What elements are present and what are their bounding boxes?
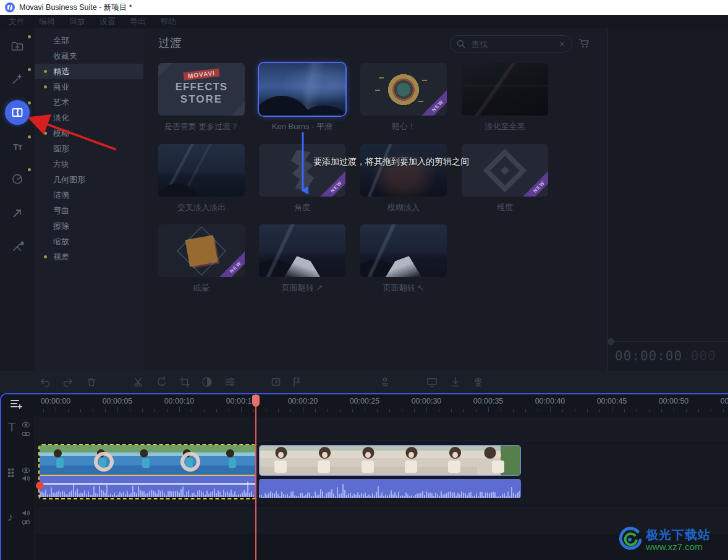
transition-thumbnail: [259, 63, 345, 116]
search-box[interactable]: ✕: [450, 35, 572, 53]
category-item-12[interactable]: 弯曲: [35, 203, 143, 218]
menu-item-3[interactable]: 回放: [69, 16, 85, 27]
transition-tile-blurfade[interactable]: 模糊淡入: [360, 144, 447, 212]
menu-item-6[interactable]: 帮助: [160, 16, 176, 27]
clear-search-icon[interactable]: ✕: [559, 40, 565, 48]
ruler-label-00:00:45: 00:00:45: [597, 397, 627, 405]
redo-button[interactable]: [61, 375, 75, 389]
presentation-capture-button[interactable]: [378, 375, 392, 389]
transition-thumbnail: [360, 224, 447, 277]
category-item-2[interactable]: 收藏夹: [35, 48, 143, 64]
sliders-icon: [224, 376, 236, 388]
category-item-9[interactable]: 方块: [35, 156, 143, 172]
category-item-14[interactable]: 缩放: [35, 234, 143, 249]
rail-button-stickers[interactable]: [5, 167, 30, 192]
category-item-11[interactable]: 涟漪: [35, 187, 143, 203]
category-label: 方块: [53, 159, 69, 169]
link-icon: [22, 431, 30, 436]
transition-tile-kenburns[interactable]: Ken Burns - 平滑: [259, 63, 345, 131]
audio-track-icon: ♪: [7, 511, 14, 524]
transition-label: 维度: [462, 202, 548, 212]
playhead-handle[interactable]: [252, 395, 260, 407]
new-badge: NEW: [418, 87, 447, 116]
transition-tile-store[interactable]: MOVAVIEFFECTSSTORE是否需要 更多过渡？: [158, 63, 245, 131]
category-item-5[interactable]: 艺术: [35, 95, 143, 110]
menu-item-2[interactable]: 编辑: [39, 16, 55, 27]
cut-button[interactable]: [132, 375, 145, 389]
timeline-clip-2[interactable]: [259, 445, 521, 499]
tools-icon: [11, 240, 24, 253]
webcam-icon: [472, 376, 485, 388]
category-item-4[interactable]: 商业: [35, 79, 143, 95]
transition-tile-dimension[interactable]: NEW维度: [462, 144, 548, 212]
overlay-button[interactable]: [269, 375, 282, 389]
ruler-tick-minor: [192, 409, 192, 412]
screen-capture-button[interactable]: [425, 375, 439, 389]
undo-button[interactable]: [38, 375, 52, 389]
store-brand-text: MOVAVI: [183, 69, 219, 81]
clip-1-volume-line[interactable]: [40, 483, 255, 485]
audio-track-unlink-toggle[interactable]: [22, 517, 30, 528]
transition-tile-dizzy[interactable]: NEW眩晕: [158, 224, 245, 292]
speaker-icon: [22, 509, 30, 517]
ruler-tick-major: [426, 407, 427, 412]
transition-tile-fadeblack[interactable]: 淡化至全黑: [462, 63, 548, 131]
add-track-button[interactable]: [9, 397, 24, 412]
ruler-tick-minor: [154, 409, 155, 412]
cart-icon: [577, 36, 591, 50]
effects-store-cart-button[interactable]: [577, 36, 591, 50]
delete-button[interactable]: [85, 375, 98, 389]
category-item-10[interactable]: 几何图形: [35, 172, 143, 187]
menu-item-5[interactable]: 导出: [130, 16, 146, 27]
transition-tile-pageflip-nw[interactable]: 页面翻转 ↖: [360, 224, 447, 292]
thumbnail-frame: [169, 445, 212, 475]
transition-tile-crossfade[interactable]: 交叉淡入淡出: [158, 144, 245, 212]
category-item-3[interactable]: 精选: [35, 64, 143, 79]
rail-button-import-media[interactable]: [5, 34, 30, 59]
timeline-clip-1-selected[interactable]: [38, 444, 256, 499]
menu-item-4[interactable]: 设置: [99, 16, 116, 27]
overlay-icon: [269, 376, 282, 388]
thumbnail-frame: [40, 445, 83, 475]
ruler-tick-minor: [451, 409, 452, 412]
search-input[interactable]: [470, 39, 554, 49]
transition-thumbnail: [462, 63, 548, 116]
category-item-15[interactable]: 视差: [35, 249, 143, 265]
transition-tile-bullseye[interactable]: NEW靶心！: [360, 63, 447, 131]
ruler-tick-minor: [377, 409, 378, 412]
ruler-tick-major: [56, 407, 56, 412]
title-track[interactable]: [35, 417, 728, 443]
scissors-icon: [132, 376, 145, 388]
color-adjust-button[interactable]: [200, 375, 214, 389]
menu-item-1[interactable]: 文件: [9, 16, 25, 27]
preview-seek-bar[interactable]: [608, 341, 728, 342]
rail-button-pan-zoom[interactable]: [5, 201, 30, 226]
preview-seek-handle[interactable]: [607, 338, 614, 345]
clip-properties-button[interactable]: [223, 375, 237, 389]
clip-1-audio-waveform: [40, 476, 255, 497]
playhead-line[interactable]: [255, 394, 256, 560]
preview-panel: 00:00:00.000: [607, 28, 728, 371]
transition-tile-pageflip-ne[interactable]: 页面翻转 ↗: [259, 224, 345, 292]
rail-button-filters[interactable]: [5, 67, 30, 91]
crop-button[interactable]: [178, 375, 192, 389]
ruler-label-00:00:35: 00:00:35: [473, 397, 504, 405]
watermark-logo: [617, 527, 643, 553]
clip-link-handle[interactable]: [36, 482, 44, 490]
video-track-mute-toggle[interactable]: [22, 473, 30, 485]
ruler-tick-major: [612, 407, 612, 412]
new-content-dot: [28, 35, 31, 38]
thumbnail-frame: [477, 446, 520, 475]
transition-label: 交叉淡入淡出: [158, 202, 245, 212]
webcam-capture-button[interactable]: [472, 375, 485, 389]
rail-button-more-tools[interactable]: [5, 234, 30, 259]
category-item-13[interactable]: 擦除: [35, 218, 143, 234]
rotate-button[interactable]: [155, 375, 169, 389]
transition-label: 页面翻转 ↗: [259, 282, 345, 292]
marker-button[interactable]: [290, 375, 303, 389]
voice-record-button[interactable]: [449, 375, 462, 389]
title-track-link-toggle[interactable]: [22, 428, 30, 439]
category-item-1[interactable]: 全部: [35, 33, 143, 48]
ruler-tick-minor: [229, 409, 229, 412]
ruler-tick-minor: [637, 409, 637, 412]
